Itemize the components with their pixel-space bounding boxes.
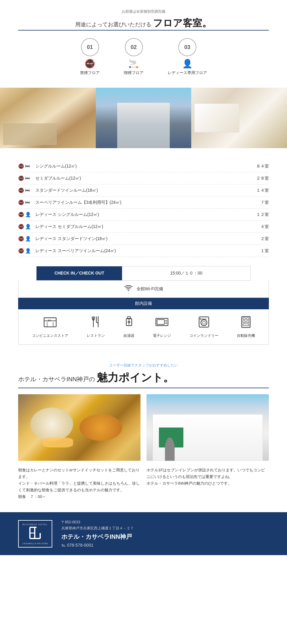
checkinout-label: CHECK IN／CHECK OUT [37, 266, 122, 280]
facility-convenience: 24 コンビニエンスストア [32, 315, 68, 338]
room-item-7: 🚭👤 レディース スタンダードツイン(18㎡) ２室 [18, 233, 269, 245]
svg-point-16 [166, 323, 167, 324]
room-name-1: シングルルーム(12㎡) [35, 164, 254, 169]
room-icons-5: 🚭👤 [18, 212, 32, 217]
floor-icon-1: 🚭 [80, 59, 100, 69]
microwave-icon [153, 315, 171, 331]
charm-title-prefix: ホテル・カサベラINN神戸の [18, 376, 97, 382]
svg-point-20 [200, 318, 201, 320]
room-name-5: レディース シングルルーム(12㎡) [35, 212, 254, 217]
footer-info: 〒652-0033 兵庫県神戸市兵庫区西上橘通１丁目４－２７ ホテル・カサベラI… [61, 520, 269, 548]
floor-subtitle: お部屋は全室個別空調完備 [18, 9, 269, 14]
room-icons-7: 🚭👤 [18, 236, 32, 242]
floor-icon-3: 👤 [168, 59, 207, 69]
facility-laundry: コインランドリー [189, 315, 218, 338]
checkinout-section: CHECK IN／CHECK OUT 15:00／１０：00 全館Wi-Fi完備 [18, 266, 269, 298]
room-count-5: １２室 [254, 212, 269, 217]
room-icons-6: 🚭👤 [18, 224, 32, 229]
room-item-6: 🚭👤 レディース セミダブルルーム(12㎡) ４室 [18, 221, 269, 233]
convenience-icon: 24 [32, 315, 68, 331]
floor-type-1: 01 🚭 禁煙フロア [80, 38, 100, 76]
room-item-4: 🚭🛏 スーペリアツインルーム【3名利用可】(24㎡) ７室 [18, 197, 269, 209]
heater-icon [123, 315, 135, 331]
floor-type-2: 02 🚬 喫煙フロア [124, 38, 144, 76]
room-icons-1: 🚭🛏 [18, 163, 32, 169]
room-item-1: 🚭🛏 シングルルーム(12㎡) ８４室 [18, 160, 269, 172]
footer: BUSINESS HOTEL CASABELLA INN KOBE 〒652-0… [0, 512, 287, 555]
facility-label-5: コインランドリー [189, 333, 218, 338]
room-count-1: ８４室 [254, 164, 269, 169]
charm-title-main: 魅力ポイント。 [97, 371, 174, 384]
wifi-row: 全館Wi-Fi完備 [18, 281, 269, 298]
room-item-8: 🚭👤 レディース スーペリアツインルーム(24㎡) １室 [18, 245, 269, 257]
room-name-3: スタンダードツインルーム(18㎡) [35, 188, 254, 193]
svg-point-19 [202, 321, 205, 324]
footer-tel: ℡ 078-578-0001 [61, 543, 269, 548]
charm-text-food: 朝食はカレーとナンのセットorサンドイッチセットをご用意しております。 インド・… [18, 467, 140, 500]
facility-microwave: 電子レンジ [153, 315, 171, 338]
charm-title-block: ホテル・カサベラINN神戸の 魅力ポイント。 [18, 370, 269, 388]
footer-logo-bottom: CASABELLA INN KOBE [22, 542, 48, 545]
facilities-grid: 24 コンビニエンスストア レストラン [18, 309, 269, 345]
facility-label-3: 給湯器 [123, 333, 135, 338]
room-photo-3 [191, 88, 287, 148]
charm-section: ユーザー目線でスタッフがおすすめしたい ホテル・カサベラINN神戸の 魅力ポイン… [0, 354, 287, 512]
floor-section: お部屋は全室個別空調完備 用途によってお選びいただける フロア客室。 01 🚭 … [0, 0, 287, 88]
room-count-3: １４室 [254, 188, 269, 193]
floor-title-main: フロア客室。 [153, 18, 212, 28]
floor-label-3: レディース専用フロア [168, 70, 207, 76]
floor-title-prefix: 用途によってお選びいただける [75, 21, 153, 28]
room-icons-2: 🚭🛏 [18, 175, 32, 181]
room-name-7: レディース スタンダードツイン(18㎡) [35, 236, 254, 242]
facilities-section: 館内設備 24 コンビニエンスストア [18, 298, 269, 345]
charm-photo-convenience [147, 394, 269, 461]
vending-icon [237, 315, 255, 331]
svg-rect-26 [247, 321, 249, 323]
svg-rect-14 [157, 320, 164, 324]
svg-rect-25 [243, 321, 245, 323]
checkinout-wrapper: CHECK IN／CHECK OUT 15:00／１０：00 [36, 266, 251, 281]
room-count-6: ４室 [254, 224, 269, 229]
facility-label-6: 自動販売機 [237, 333, 255, 338]
svg-text:24: 24 [48, 319, 51, 322]
room-name-6: レディース セミダブルルーム(12㎡) [35, 224, 254, 229]
floor-label-2: 喫煙フロア [124, 70, 144, 76]
room-photo-2 [96, 88, 192, 148]
room-name-8: レディース スーペリアツインルーム(24㎡) [35, 248, 254, 254]
room-item-2: 🚭🛏 セミダブルルーム(12㎡) ２８室 [18, 172, 269, 184]
room-count-8: １室 [254, 248, 269, 254]
charm-conv-p2: ホテル・カサベラINN神戸の魅力のひとつです。 [147, 480, 269, 487]
facility-label-4: 電子レンジ [153, 333, 171, 338]
room-item-5: 🚭👤 レディース シングルルーム(12㎡) １２室 [18, 209, 269, 221]
charm-food-p3: 朝食 ７：00～ [18, 493, 140, 500]
restaurant-icon [87, 315, 105, 331]
svg-rect-23 [243, 318, 245, 320]
floor-icon-2: 🚬 [124, 59, 144, 69]
floor-number-1: 01 [81, 38, 99, 56]
facility-vending: 自動販売機 [237, 315, 255, 338]
room-name-4: スーペリアツインルーム【3名利用可】(24㎡) [35, 200, 254, 205]
footer-postal: 〒652-0033 [61, 520, 269, 525]
room-icons-4: 🚭🛏 [18, 200, 32, 205]
room-name-2: セミダブルルーム(12㎡) [35, 176, 254, 181]
room-count-2: ２８室 [254, 176, 269, 181]
svg-point-0 [128, 290, 129, 291]
charm-food-p1: 朝食はカレーとナンのセットorサンドイッチセットをご用意しております。 [18, 467, 140, 480]
room-icons-3: 🚭🛏 [18, 187, 32, 193]
facility-restaurant: レストラン [87, 315, 105, 338]
wifi-icon [124, 285, 133, 293]
svg-rect-27 [243, 324, 249, 326]
charm-texts: 朝食はカレーとナンのセットorサンドイッチセットをご用意しております。 インド・… [18, 467, 269, 500]
room-item-3: 🚭🛏 スタンダードツインルーム(18㎡) １４室 [18, 184, 269, 197]
room-count-4: ７室 [254, 200, 269, 205]
footer-address: 兵庫県神戸市兵庫区西上橘通１丁目４－２７ [61, 526, 269, 531]
room-photos [0, 88, 287, 148]
floor-number-2: 02 [125, 38, 143, 56]
charm-subtitle: ユーザー目線でスタッフがおすすめしたい [18, 363, 269, 368]
facility-label-2: レストラン [87, 333, 105, 338]
floor-label-1: 禁煙フロア [80, 70, 100, 76]
room-photo-1 [0, 88, 96, 148]
charm-food-p2: インド・ネパール料理「ララ」と提携して美味しさはもちろん、珍しくて刺激的な朝食を… [18, 480, 140, 493]
svg-rect-24 [247, 318, 249, 320]
wifi-text: 全館Wi-Fi完備 [137, 286, 163, 292]
